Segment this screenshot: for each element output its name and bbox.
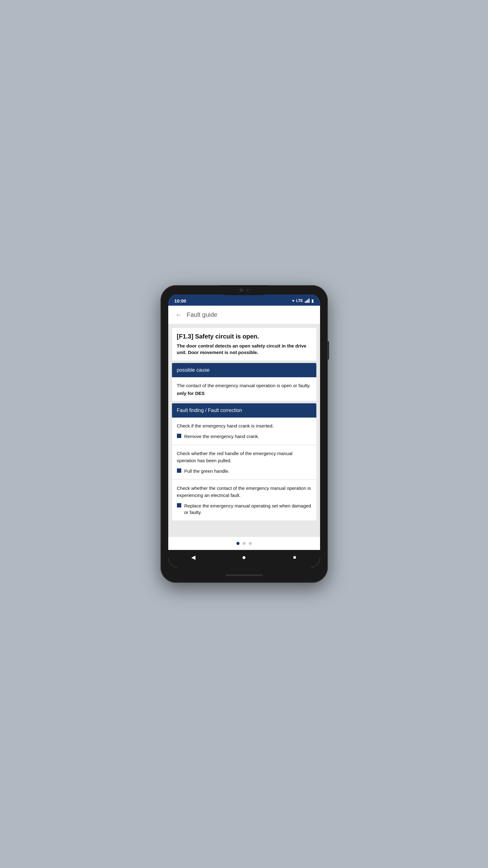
- possible-cause-body: The contact of the emergency manual oper…: [172, 377, 316, 401]
- app-bar: ← Fault guide: [168, 306, 320, 324]
- action-text-1: Remove the emergency hand crank.: [184, 433, 259, 440]
- action-text-2: Pull the green handle.: [184, 468, 230, 474]
- action-item-2: Pull the green handle.: [177, 468, 312, 474]
- action-item-3: Replace the emergency manual operating s…: [177, 502, 312, 516]
- page-indicators: [168, 537, 320, 550]
- possible-cause-card: possible cause The contact of the emerge…: [172, 363, 316, 401]
- bar-4: [308, 299, 310, 303]
- bar-2: [306, 300, 307, 303]
- lte-label: LTE: [296, 299, 303, 303]
- status-icons: ▾ LTE ▮: [292, 298, 314, 303]
- nav-back-button[interactable]: [187, 551, 200, 564]
- action-text-3: Replace the emergency manual operating s…: [184, 502, 312, 516]
- page-dot-2: [242, 542, 246, 545]
- nav-home-button[interactable]: [237, 551, 251, 564]
- page-dot-1: [236, 542, 239, 545]
- back-arrow-icon: ←: [176, 311, 182, 318]
- fault-code-title: [F1.3] Safety circuit is open.: [172, 328, 316, 343]
- nav-recent-button[interactable]: [288, 551, 301, 564]
- fault-item-3: Check whether the contact of the emergen…: [172, 480, 316, 521]
- check-text-3: Check whether the contact of the emergen…: [177, 485, 312, 499]
- fault-item-1: Check if the emergency hand crank is ins…: [172, 417, 316, 445]
- fault-finding-header: Fault finding / Fault correction: [172, 403, 316, 417]
- status-time: 10:00: [174, 298, 186, 304]
- fault-header-card: [F1.3] Safety circuit is open. The door …: [172, 328, 316, 361]
- main-content: [F1.3] Safety circuit is open. The door …: [168, 324, 320, 537]
- phone-notch: [219, 285, 269, 295]
- check-text-2: Check whether the red handle of the emer…: [177, 450, 312, 464]
- bar-1: [305, 301, 306, 303]
- phone-bottom-bar: [226, 567, 263, 583]
- phone-screen: 10:00 ▾ LTE ▮ ← Fault guide: [168, 294, 320, 567]
- wifi-icon: ▾: [292, 298, 294, 303]
- bullet-2: [177, 468, 181, 473]
- page-dot-3: [249, 542, 252, 545]
- bottom-indicator-bar: [226, 575, 263, 576]
- fault-item-2: Check whether the red handle of the emer…: [172, 445, 316, 479]
- check-text-1: Check if the emergency hand crank is ins…: [177, 423, 312, 430]
- cause-text: The contact of the emergency manual oper…: [177, 382, 312, 390]
- cause-note: only for DES: [177, 391, 312, 396]
- nav-bar: [168, 550, 320, 567]
- signal-bars: [305, 299, 310, 303]
- fault-finding-card: Fault finding / Fault correction Check i…: [172, 403, 316, 521]
- back-button[interactable]: ←: [173, 309, 184, 320]
- possible-cause-header: possible cause: [172, 363, 316, 377]
- camera-left: [239, 288, 243, 292]
- phone-frame: 10:00 ▾ LTE ▮ ← Fault guide: [161, 285, 328, 583]
- battery-icon: ▮: [312, 298, 314, 303]
- status-bar: 10:00 ▾ LTE ▮: [168, 294, 320, 306]
- app-bar-title: Fault guide: [187, 311, 218, 318]
- fault-description: The door control detects an open safety …: [172, 343, 316, 361]
- action-item-1: Remove the emergency hand crank.: [177, 433, 312, 440]
- bullet-1: [177, 434, 181, 438]
- bullet-3: [177, 503, 181, 507]
- camera-right: [246, 289, 249, 291]
- bar-3: [307, 300, 308, 303]
